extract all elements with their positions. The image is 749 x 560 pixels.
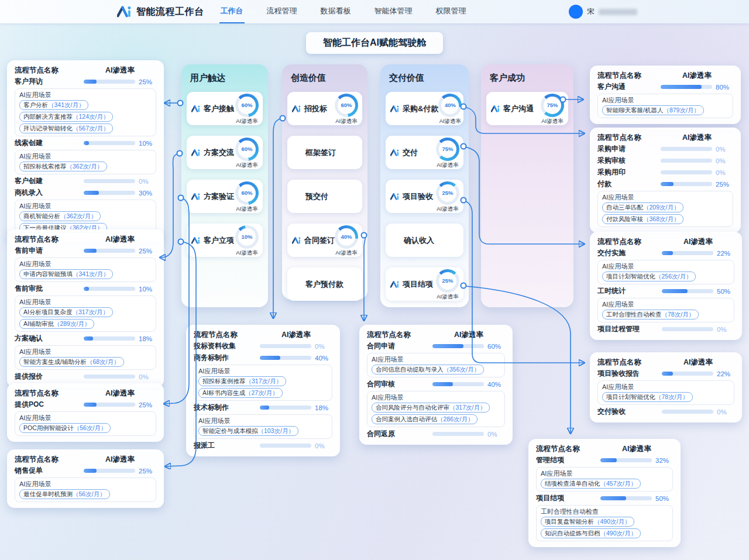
nav-tab[interactable]: 流程管理 <box>266 0 298 23</box>
node-panel-customer-communication: 流程节点名称AI渗透率客户沟通80%AI应用场景智能聊天客服/机器人（879次/… <box>590 66 741 124</box>
scenario-name: 项目计划智能优化 <box>606 272 655 281</box>
panel-column-headers: 流程节点名称AI渗透率 <box>597 71 733 80</box>
penetration-donut: 75% <box>541 94 564 117</box>
stage-card[interactable]: 框架签订 <box>287 136 362 169</box>
stage-card-label: 交付 <box>390 147 418 158</box>
scenario-count: （341次/月） <box>48 101 84 109</box>
user-avatar[interactable] <box>569 5 583 19</box>
scenario-count: （356次/月） <box>444 365 480 374</box>
rate-column-header: AI渗透率 <box>260 330 332 339</box>
stage-card[interactable]: 合同签订40%AI渗透率 <box>287 224 362 257</box>
rate-column-header: AI渗透率 <box>84 389 156 398</box>
progress-track <box>84 249 135 253</box>
ai-scenario-box: AI应用场景POC用例智能设计（56次/月） <box>15 411 156 436</box>
scenario-name: 付款风险审核 <box>606 215 643 224</box>
user-account[interactable]: 宋 <box>569 5 637 19</box>
ai-scenario-label: AI应用场景 <box>372 394 500 401</box>
penetration-percent: 0% <box>315 343 332 350</box>
process-node-name: 销售促单 <box>15 466 43 476</box>
process-node-name: 项目结项 <box>536 493 564 503</box>
ai-workflow-dashboard: 智能流程工作台 工作台流程管理数据看板智能体管理权限管理 宋 智能工作台AI赋能… <box>0 0 749 560</box>
penetration-percent: 10% <box>139 286 156 293</box>
process-node-row: 工时统计50% <box>597 286 734 296</box>
stage-card[interactable]: 确认收入 <box>386 224 463 257</box>
progress-track <box>661 159 712 163</box>
scenario-name: 项目计划智能优化 <box>606 393 655 401</box>
stage-card[interactable]: 交付75%AI渗透率 <box>386 136 463 169</box>
process-node-row: 客户拜访25% <box>15 77 156 87</box>
stage-card[interactable]: 方案验证60%AI渗透率 <box>187 180 263 213</box>
stage-card[interactable]: 招投标60%AI渗透率 <box>287 92 362 125</box>
nav-tab[interactable]: 数据看板 <box>319 0 352 23</box>
donut-percent-value: 25% <box>442 190 453 196</box>
scenario-count: （286次/月） <box>437 415 473 424</box>
stage-card[interactable]: 方案交流60%AI渗透率 <box>187 136 263 169</box>
panel-column-headers: 流程节点名称AI渗透率 <box>367 330 505 339</box>
donut-center: 25% <box>439 272 456 290</box>
scenario-name: 内部解决方案推荐 <box>23 112 73 121</box>
penetration-bar: 25% <box>84 401 156 408</box>
rate-column-header: AI渗透率 <box>661 133 733 142</box>
progress-fill <box>662 251 673 255</box>
panel-column-headers: 流程节点名称AI渗透率 <box>597 237 734 246</box>
stage-card[interactable]: 项目验收25%AI渗透率 <box>386 180 463 213</box>
stage-card[interactable]: 客户预付款 <box>287 267 362 301</box>
stage-card[interactable]: 采购&付款40%AI渗透率 <box>386 92 463 125</box>
stage-card[interactable]: 客户立项10%AI渗透率 <box>187 224 263 257</box>
scenario-name: 申请内容智能预填 <box>23 270 73 279</box>
app-logo: 智能流程工作台 <box>117 5 204 18</box>
process-node-row: 项目过程管理0% <box>597 324 734 334</box>
ai-scenario-tag-list: POC用例智能设计（56次/月） <box>19 423 152 433</box>
penetration-percent: 18% <box>139 335 156 342</box>
page-title: 智能工作台AI赋能驾驶舱 <box>306 32 443 54</box>
process-node-name: 售前审批 <box>15 284 43 294</box>
progress-track <box>260 344 311 348</box>
stage-card-label: 合同签订 <box>292 235 335 246</box>
donut-percent-value: 60% <box>241 102 252 108</box>
penetration-bar: 0% <box>661 169 733 176</box>
ai-logo-icon <box>390 149 400 157</box>
penetration-bar: 0% <box>84 373 156 380</box>
rate-column-header: AI渗透率 <box>662 237 734 246</box>
penetration-percent: 25% <box>139 401 156 408</box>
progress-fill <box>662 372 673 376</box>
stage-card[interactable]: 客户接触60%AI渗透率 <box>187 92 263 125</box>
scenario-name: 项目复盘智能分析 <box>545 517 594 526</box>
user-name-redacted <box>599 9 637 15</box>
process-node-row: 销售促单25% <box>15 466 156 476</box>
stage-card[interactable]: 项目结项25%AI渗透率 <box>386 267 463 301</box>
ai-scenario-label: AI应用场景 <box>602 301 730 308</box>
scenario-name: 最佳促单时机预测 <box>23 490 73 499</box>
ai-scenario-tag: 招投标线索推荐（362次/月） <box>19 162 107 171</box>
progress-track <box>260 444 311 448</box>
donut-center: 60% <box>238 140 256 158</box>
stage-card[interactable]: 预交付 <box>287 180 362 213</box>
stage-card-name: 客户沟通 <box>503 104 534 114</box>
scenario-name: 自动三单匹配 <box>606 203 643 212</box>
nav-tab[interactable]: 权限管理 <box>435 0 468 23</box>
donut-percent-value: 25% <box>442 277 453 284</box>
donut-center: 75% <box>439 140 456 158</box>
penetration-bar: 30% <box>84 190 156 197</box>
ai-scenario-box: AI应用场景最佳促单时机预测（56次/月） <box>15 477 156 502</box>
progress-fill <box>84 141 89 145</box>
penetration-bar: 0% <box>84 178 156 185</box>
donut-caption: AI渗透率 <box>236 118 257 125</box>
panel-column-headers: 流程节点名称AI渗透率 <box>15 235 156 244</box>
nav-tab[interactable]: 工作台 <box>219 0 245 23</box>
scenario-count: （490次/月） <box>600 529 637 538</box>
donut-caption: AI渗透率 <box>335 249 357 257</box>
penetration-percent: 10% <box>139 140 156 147</box>
rate-column-header: AI渗透率 <box>661 71 733 80</box>
process-node-row: 线索创建10% <box>15 138 156 148</box>
ai-scenario-label: AI应用场景 <box>19 260 152 268</box>
stage-card[interactable]: 客户沟通75%AI渗透率 <box>486 92 568 125</box>
scenario-count: （78次/月） <box>662 310 695 319</box>
progress-fill <box>600 496 626 500</box>
donut-percent-value: 60% <box>341 102 352 108</box>
penetration-donut: 60% <box>235 94 259 117</box>
penetration-percent: 0% <box>315 442 332 449</box>
nav-tab[interactable]: 智能体管理 <box>373 0 414 23</box>
ai-scenario-box: AI应用场景智能方案生成/辅助分析（68次/月） <box>15 345 156 370</box>
penetration-bar: 0% <box>661 157 733 164</box>
